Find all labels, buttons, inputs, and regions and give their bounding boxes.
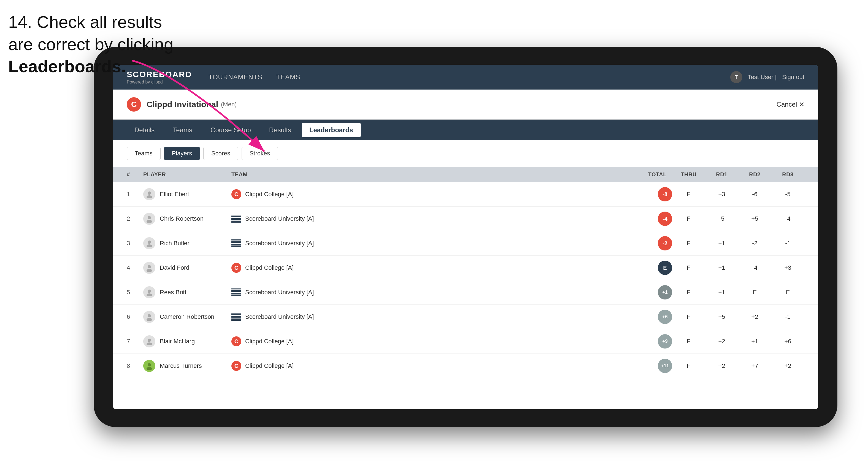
score-cell: +1 <box>628 285 672 300</box>
thru: F <box>672 313 705 320</box>
player-name: Cameron Robertson <box>160 313 214 320</box>
team-name: Clippd College [A] <box>245 191 293 198</box>
tab-leaderboards[interactable]: Leaderboards <box>302 123 361 137</box>
thru: F <box>672 191 705 198</box>
tab-course-setup[interactable]: Course Setup <box>203 123 259 137</box>
svg-point-5 <box>148 241 151 244</box>
table-row: 2 Chris Robertson Scoreboard University … <box>113 207 818 231</box>
col-player: PLAYER <box>143 172 231 178</box>
table-row: 1 Elliot Ebert C Clippd College [A] -8 <box>113 182 818 207</box>
thru: F <box>672 264 705 271</box>
player-name: Blair McHarg <box>160 338 195 345</box>
tab-results[interactable]: Results <box>261 123 299 137</box>
team-logo: C <box>231 263 241 273</box>
score-cell: +9 <box>628 334 672 348</box>
row-num: 8 <box>127 362 143 370</box>
total-score: -2 <box>658 236 672 250</box>
col-rd1: RD1 <box>705 172 738 178</box>
svg-point-16 <box>147 367 152 370</box>
total-score: +1 <box>658 285 672 300</box>
table-row: 7 Blair McHarg C Clippd College [A] +9 <box>113 329 818 354</box>
row-num: 2 <box>127 215 143 222</box>
header-username: Test User | <box>748 73 777 81</box>
table-row: 4 David Ford C Clippd College [A] E <box>113 256 818 280</box>
player-avatar <box>143 213 155 225</box>
team-cell: Scoreboard University [A] <box>231 287 628 297</box>
score-cell: +11 <box>628 359 672 373</box>
user-avatar: T <box>730 71 742 83</box>
player-avatar <box>143 335 155 347</box>
tab-teams[interactable]: Teams <box>165 123 200 137</box>
team-name: Scoreboard University [A] <box>245 289 314 296</box>
svg-point-4 <box>147 220 152 223</box>
leaderboard-table: # PLAYER TEAM TOTAL THRU RD1 RD2 RD3 1 <box>113 167 818 409</box>
player-avatar <box>143 286 155 299</box>
rd3: +6 <box>771 338 804 345</box>
player-cell: Marcus Turners <box>143 360 231 372</box>
table-header: # PLAYER TEAM TOTAL THRU RD1 RD2 RD3 <box>113 167 818 182</box>
score-cell: E <box>628 261 672 275</box>
filter-scores[interactable]: Scores <box>203 147 238 160</box>
player-avatar <box>143 188 155 200</box>
rd2: -2 <box>738 240 771 247</box>
team-logo <box>231 238 241 248</box>
team-name: Clippd College [A] <box>245 338 293 345</box>
row-num: 1 <box>127 191 143 198</box>
svg-point-7 <box>148 265 151 268</box>
team-logo <box>231 287 241 297</box>
team-cell: C Clippd College [A] <box>231 189 628 199</box>
logo-sub: Powered by clippd <box>127 80 192 85</box>
filter-strokes[interactable]: Strokes <box>242 147 278 160</box>
rd2: E <box>738 289 771 296</box>
table-row: 6 Cameron Robertson Scoreboard Universit… <box>113 305 818 329</box>
table-row: 3 Rich Butler Scoreboard University [A] <box>113 231 818 256</box>
thru: F <box>672 338 705 345</box>
nav-links: TOURNAMENTS TEAMS <box>209 73 730 81</box>
rd1: -5 <box>705 215 738 222</box>
signout-link[interactable]: Sign out <box>782 73 804 81</box>
team-cell: C Clippd College [A] <box>231 263 628 273</box>
svg-point-13 <box>148 339 151 342</box>
player-cell: Rich Butler <box>143 237 231 249</box>
team-cell: Scoreboard University [A] <box>231 312 628 322</box>
svg-point-15 <box>148 363 151 367</box>
row-num: 4 <box>127 264 143 271</box>
rd3: -4 <box>771 215 804 222</box>
team-name: Clippd College [A] <box>245 264 293 271</box>
svg-point-2 <box>147 195 152 198</box>
thru: F <box>672 240 705 247</box>
total-score: +6 <box>658 310 672 324</box>
table-row: 5 Rees Britt Scoreboard University [A] <box>113 280 818 305</box>
svg-point-9 <box>148 289 151 293</box>
player-name: Marcus Turners <box>160 362 202 370</box>
cancel-button[interactable]: Cancel ✕ <box>777 100 804 108</box>
rd3: -1 <box>771 313 804 320</box>
filter-players[interactable]: Players <box>164 147 200 160</box>
player-cell: David Ford <box>143 262 231 274</box>
team-cell: Scoreboard University [A] <box>231 214 628 224</box>
tablet-screen: SCOREBOARD Powered by clippd TOURNAMENTS… <box>113 65 818 409</box>
team-cell: C Clippd College [A] <box>231 336 628 346</box>
team-name: Scoreboard University [A] <box>245 215 314 222</box>
team-name: Scoreboard University [A] <box>245 313 314 320</box>
nav-tournaments[interactable]: TOURNAMENTS <box>209 73 262 81</box>
tab-details[interactable]: Details <box>127 123 162 137</box>
tournament-header: C Clippd Invitational (Men) Cancel ✕ <box>113 90 818 120</box>
player-cell: Cameron Robertson <box>143 311 231 323</box>
svg-point-12 <box>147 318 152 321</box>
player-name: Elliot Ebert <box>160 191 189 198</box>
rd3: -1 <box>771 240 804 247</box>
team-cell: C Clippd College [A] <box>231 361 628 371</box>
nav-teams[interactable]: TEAMS <box>276 73 301 81</box>
filter-teams[interactable]: Teams <box>127 147 161 160</box>
total-score: E <box>658 261 672 275</box>
svg-point-3 <box>148 216 151 219</box>
rd1: +2 <box>705 362 738 370</box>
table-row: 8 Marcus Turners C Clippd College [A] +1… <box>113 354 818 378</box>
total-score: +9 <box>658 334 672 348</box>
player-name: Chris Robertson <box>160 215 204 222</box>
tab-navigation: Details Teams Course Setup Results Leade… <box>113 120 818 140</box>
rd1: +1 <box>705 264 738 271</box>
player-avatar <box>143 311 155 323</box>
rd2: +1 <box>738 338 771 345</box>
